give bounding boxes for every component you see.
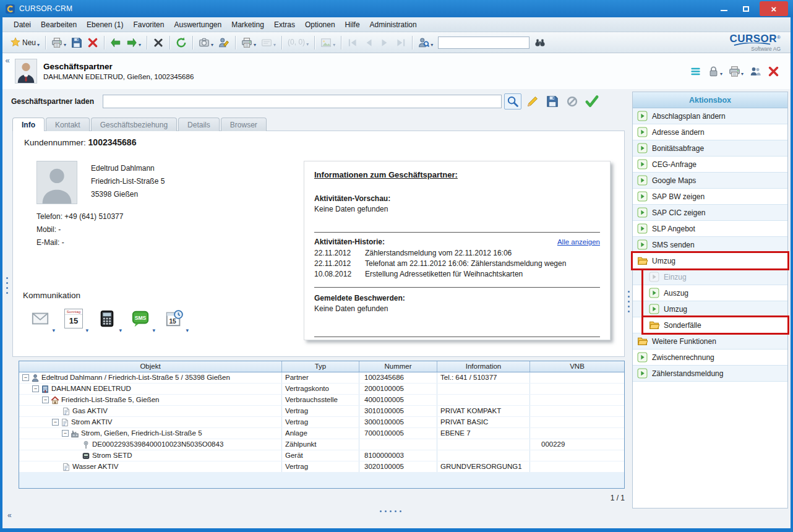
menu-favoriten[interactable]: Favoriten bbox=[128, 19, 169, 31]
nav-last-button[interactable] bbox=[393, 35, 409, 50]
aktionsbox-folder-weitere[interactable]: Weitere Funktionen bbox=[633, 333, 787, 350]
column-typ[interactable]: Typ bbox=[282, 361, 359, 372]
aktionsbox-item-zwischenrechnung[interactable]: Zwischenrechnung bbox=[633, 350, 787, 366]
appointment-action-button[interactable]: Sonntag 15 ▾ bbox=[60, 306, 87, 332]
table-row[interactable]: Wasser AKTIV Vertrag 3020100005 GRUNDVER… bbox=[19, 461, 624, 473]
column-nummer[interactable]: Nummer bbox=[359, 361, 437, 372]
close-record-button[interactable] bbox=[150, 35, 166, 50]
tab-info[interactable]: Info bbox=[12, 118, 45, 131]
email-action-button[interactable]: ▾ bbox=[27, 306, 54, 332]
table-row[interactable]: − Strom AKTIV Vertrag 3000100005 PRIVAT … bbox=[19, 417, 624, 428]
tab-kontakt[interactable]: Kontakt bbox=[46, 118, 90, 131]
menu-datei[interactable]: Datei bbox=[9, 19, 36, 31]
table-row[interactable]: Strom SETD Gerät 8100000003 bbox=[19, 450, 624, 461]
left-splitter[interactable] bbox=[6, 277, 8, 294]
maximize-button[interactable] bbox=[735, 0, 757, 17]
aktionsbox-item-auszug[interactable]: Auszug bbox=[633, 285, 787, 301]
phone-action-button[interactable]: ▾ bbox=[93, 306, 121, 332]
aktionsbox-item-sms[interactable]: SMS senden bbox=[633, 237, 787, 253]
chevron-down-icon: ▾ bbox=[119, 327, 122, 333]
list-view-button[interactable] bbox=[690, 66, 701, 77]
aktionsbox-item-adresse[interactable]: Adresse ändern bbox=[633, 124, 787, 140]
table-row[interactable]: − Edeltrud Dahlmann / Friedrich-List-Str… bbox=[19, 372, 624, 384]
print-record-button[interactable]: ▾ bbox=[729, 66, 744, 77]
close-view-button[interactable] bbox=[768, 66, 779, 77]
column-vnb[interactable]: VNB bbox=[530, 361, 624, 372]
nav-first-button[interactable] bbox=[345, 35, 361, 50]
save-record-button[interactable] bbox=[544, 93, 561, 109]
aktionsbox-item-zaehlerstand[interactable]: Zählerstandsmeldung bbox=[633, 366, 787, 382]
cancel-button[interactable] bbox=[564, 93, 581, 109]
sidebar-splitter[interactable] bbox=[628, 291, 630, 312]
tree-expander[interactable]: − bbox=[62, 430, 69, 437]
tab-geschaeftsbeziehung[interactable]: Geschäftsbeziehung bbox=[91, 118, 177, 131]
menu-bearbeiten[interactable]: Bearbeiten bbox=[36, 19, 82, 31]
tree-expander[interactable]: − bbox=[42, 397, 49, 403]
menu-auswertungen[interactable]: Auswertungen bbox=[169, 19, 226, 31]
partner-load-input[interactable] bbox=[103, 95, 502, 108]
task-action-button[interactable]: 15 ▾ bbox=[160, 306, 187, 332]
menu-extras[interactable]: Extras bbox=[269, 19, 300, 31]
refresh-button[interactable] bbox=[173, 35, 189, 50]
person-search-button[interactable]: ▾ bbox=[416, 35, 435, 50]
table-row[interactable]: − Friedrich-List-Straße 5, Gießen Verbra… bbox=[19, 395, 624, 406]
collapse-left-button[interactable]: « bbox=[2, 53, 12, 65]
find-button[interactable] bbox=[532, 35, 548, 50]
image-button[interactable]: ▾ bbox=[318, 35, 338, 50]
lock-button[interactable]: ▾ bbox=[708, 66, 722, 77]
menu-ebenen[interactable]: Ebenen (1) bbox=[82, 19, 128, 31]
alle-anzeigen-link[interactable]: Alle anzeigen bbox=[557, 238, 600, 246]
back-button[interactable] bbox=[108, 35, 124, 50]
column-information[interactable]: Information bbox=[437, 361, 530, 372]
table-row[interactable]: − Strom, Gießen, Friedrich-List-Straße 5… bbox=[19, 428, 624, 439]
edit-person-button[interactable] bbox=[216, 35, 232, 50]
export-card-button[interactable]: ▾ bbox=[259, 35, 278, 50]
aktionsbox-item-sapbw[interactable]: SAP BW zeigen bbox=[633, 189, 787, 205]
tree-expander[interactable]: − bbox=[52, 419, 59, 426]
table-row[interactable]: Gas AKTIV Vertrag 3010100005 PRIVAT KOMP… bbox=[19, 406, 624, 417]
page-indicator: 1 / 1 bbox=[611, 494, 625, 502]
table-row[interactable]: DE00022935398400010023N5035O0843 Zählpun… bbox=[19, 439, 624, 450]
new-button[interactable]: Neu ▾ bbox=[7, 35, 42, 50]
tree-expander[interactable]: − bbox=[22, 374, 29, 381]
close-button[interactable]: × bbox=[760, 1, 788, 16]
tree-expander[interactable]: − bbox=[32, 385, 39, 392]
nav-next-button[interactable] bbox=[377, 35, 393, 50]
print-report-button[interactable]: ▾ bbox=[239, 35, 259, 50]
toolbar-search-input[interactable] bbox=[438, 36, 529, 49]
confirm-button[interactable] bbox=[583, 93, 601, 109]
menu-administration[interactable]: Administration bbox=[365, 19, 422, 31]
aktionsbox-folder-umzug[interactable]: Umzug bbox=[633, 253, 787, 269]
tab-details[interactable]: Details bbox=[178, 118, 220, 131]
bottom-splitter[interactable] bbox=[380, 510, 401, 512]
minimize-button[interactable] bbox=[713, 0, 735, 17]
aktionsbox-item-ceg[interactable]: CEG-Anfrage bbox=[633, 157, 787, 173]
table-row[interactable]: − DAHLMANN EDELTRUD Vertragskonto 200010… bbox=[19, 384, 624, 395]
aktionsbox-item-umzug[interactable]: Umzug bbox=[633, 301, 787, 317]
aktionsbox-item-abschlagsplan[interactable]: Abschlagsplan ändern bbox=[633, 108, 787, 124]
menu-marketing[interactable]: Marketing bbox=[226, 19, 269, 31]
aktionsbox-item-einzug[interactable]: Einzug bbox=[633, 269, 787, 285]
menu-hilfe[interactable]: Hilfe bbox=[340, 19, 365, 31]
coordinates-button[interactable]: (0, 0) ▾ bbox=[285, 36, 311, 49]
aktionsbox-folder-sonderfaelle[interactable]: Sonderfälle bbox=[633, 317, 787, 333]
sms-action-button[interactable]: SMS ▾ bbox=[127, 306, 154, 332]
collapse-bottom-button[interactable]: « bbox=[7, 511, 12, 520]
aktionsbox-item-bonitaet[interactable]: Bonitätsabfrage bbox=[633, 140, 787, 157]
aktionsbox-item-googlemaps[interactable]: Google Maps bbox=[633, 173, 787, 189]
tab-browser[interactable]: Browser bbox=[221, 118, 267, 131]
aktionsbox-item-sapcic[interactable]: SAP CIC zeigen bbox=[633, 205, 787, 221]
envelope-icon bbox=[31, 309, 49, 328]
delete-button[interactable] bbox=[85, 35, 101, 50]
forward-button[interactable]: ▾ bbox=[124, 35, 144, 50]
edit-button[interactable] bbox=[524, 93, 541, 109]
menu-optionen[interactable]: Optionen bbox=[300, 19, 340, 31]
nav-prev-button[interactable] bbox=[361, 35, 377, 50]
contacts-button[interactable] bbox=[750, 66, 761, 77]
search-button[interactable] bbox=[504, 93, 521, 109]
print-button[interactable]: ▾ bbox=[49, 35, 69, 50]
aktionsbox-item-slp[interactable]: SLP Angebot bbox=[633, 221, 787, 237]
column-objekt[interactable]: Objekt bbox=[19, 361, 282, 372]
camera-button[interactable]: ▾ bbox=[196, 35, 216, 50]
save-button[interactable] bbox=[69, 35, 85, 50]
